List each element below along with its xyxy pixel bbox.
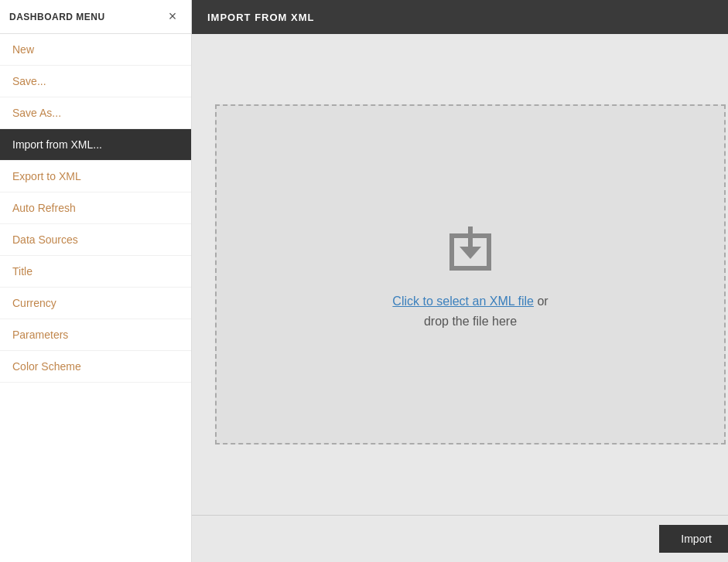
content-body: Click to select an XML file or drop the …: [192, 34, 728, 515]
sidebar-item-save-as[interactable]: Save As...: [0, 97, 191, 129]
sidebar-item-export-to-xml[interactable]: Export to XML: [0, 161, 191, 192]
drop-zone-or: or: [534, 295, 549, 308]
app-container: DASHBOARD MENU × New Save... Save As... …: [0, 0, 728, 562]
sidebar-title: DASHBOARD MENU: [9, 12, 105, 22]
import-button[interactable]: Import: [659, 525, 728, 553]
main-layout: DASHBOARD MENU × New Save... Save As... …: [0, 0, 728, 562]
drop-here-text: drop the file here: [424, 315, 517, 328]
sidebar-item-title[interactable]: Title: [0, 256, 191, 288]
select-file-link[interactable]: Click to select an XML file: [392, 295, 534, 308]
svg-marker-2: [460, 247, 481, 259]
content-header: IMPORT FROM XML: [192, 0, 728, 34]
sidebar-item-save[interactable]: Save...: [0, 66, 191, 97]
drop-zone-text: Click to select an XML file or drop the …: [392, 291, 548, 331]
drop-zone[interactable]: Click to select an XML file or drop the …: [215, 104, 726, 444]
content-footer: Import: [192, 515, 728, 562]
sidebar-item-currency[interactable]: Currency: [0, 288, 191, 319]
sidebar: DASHBOARD MENU × New Save... Save As... …: [0, 0, 192, 562]
sidebar-item-data-sources[interactable]: Data Sources: [0, 224, 191, 256]
sidebar-item-auto-refresh[interactable]: Auto Refresh: [0, 192, 191, 224]
sidebar-item-import-from-xml[interactable]: Import from XML...: [0, 129, 191, 161]
sidebar-item-new[interactable]: New: [0, 34, 191, 66]
main-content: IMPORT FROM XML Click to select: [192, 0, 728, 562]
sidebar-header: DASHBOARD MENU ×: [0, 0, 191, 34]
download-icon: [439, 217, 501, 279]
sidebar-item-parameters[interactable]: Parameters: [0, 319, 191, 351]
sidebar-close-button[interactable]: ×: [163, 8, 182, 26]
sidebar-menu: New Save... Save As... Import from XML..…: [0, 34, 191, 562]
sidebar-item-color-scheme[interactable]: Color Scheme: [0, 351, 191, 383]
content-header-title: IMPORT FROM XML: [207, 12, 315, 23]
